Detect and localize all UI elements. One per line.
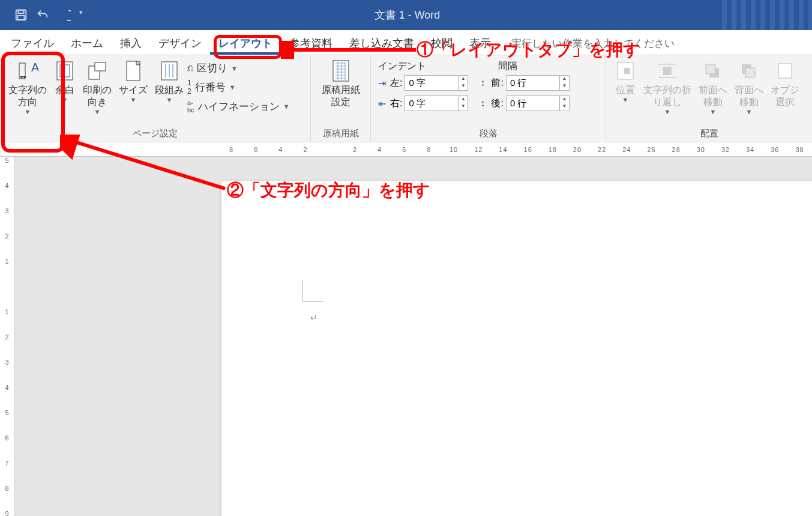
svg-rect-2	[18, 16, 25, 20]
ruler-tick: 28	[664, 146, 688, 153]
customize-qa-icon[interactable]: ▾	[79, 8, 92, 22]
bring-forward-label: 前面へ 移動	[699, 84, 727, 108]
chevron-down-icon: ▼	[229, 83, 236, 91]
tab-design[interactable]: デザイン	[150, 31, 210, 55]
document-area[interactable]: ↵	[14, 157, 812, 516]
columns-button[interactable]: 段組み ▼	[151, 59, 187, 106]
text-direction-label: 文字列の 方向	[8, 84, 47, 108]
group-label-ms-paper: 原稿用紙	[311, 127, 370, 142]
tab-mailings[interactable]: 差し込み文書	[341, 31, 423, 55]
margins-label: 余白	[55, 84, 74, 96]
chevron-down-icon: ▼	[25, 108, 31, 117]
spacing-after-spinner[interactable]: ▲▼	[506, 96, 570, 111]
svg-rect-33	[778, 64, 792, 78]
columns-label: 段組み	[155, 84, 184, 96]
ruler-tick: 38	[787, 146, 812, 153]
ruler-tick: 6	[0, 434, 14, 460]
spinner-up-icon[interactable]: ▲	[560, 96, 569, 103]
ruler-tick: 10	[442, 146, 466, 153]
margins-icon	[54, 60, 76, 82]
spacing-after-input[interactable]	[507, 96, 559, 111]
ruler-tick: 2	[343, 146, 367, 153]
tab-file[interactable]: ファイル	[2, 31, 62, 55]
size-button[interactable]: サイズ ▼	[115, 59, 151, 106]
spinner-down-icon[interactable]: ▼	[459, 83, 468, 90]
ruler-tick: 20	[565, 146, 589, 153]
spinner-up-icon[interactable]: ▲	[459, 96, 468, 103]
group-label-paragraph: 段落	[371, 127, 606, 142]
group-page-setup: A 文字列の 方向 ▼ 余白 ▼ 印刷の 向き ▼ サイズ ▼ 段組み	[0, 55, 311, 142]
send-backward-button[interactable]: 背面へ 移動▼	[731, 59, 767, 118]
spacing-after-icon: ↕	[477, 98, 489, 109]
orientation-button[interactable]: 印刷の 向き ▼	[79, 59, 115, 118]
ruler-tick: 32	[713, 146, 738, 153]
indent-left-input[interactable]	[405, 76, 458, 90]
spinner-up-icon[interactable]: ▲	[459, 76, 468, 83]
page[interactable]: ↵	[221, 181, 812, 516]
spinner-up-icon[interactable]: ▲	[560, 76, 569, 83]
tab-layout[interactable]: レイアウト	[210, 31, 281, 55]
spinner-down-icon[interactable]: ▼	[560, 83, 569, 90]
indent-header: インデント	[378, 60, 426, 73]
chevron-down-icon: ▼	[94, 108, 101, 117]
hyphenation-label: ハイフネーション	[198, 100, 280, 114]
save-icon[interactable]	[14, 8, 28, 22]
spinner-down-icon[interactable]: ▼	[459, 103, 468, 111]
wrap-label: 文字列の折 り返し	[643, 84, 691, 108]
columns-icon	[158, 60, 180, 82]
position-button[interactable]: 位置▼	[611, 59, 640, 106]
annotation-text-2: ②「文字列の方向」を押す	[227, 179, 430, 202]
svg-rect-26	[663, 67, 672, 75]
redo-icon[interactable]	[58, 8, 71, 22]
ruler-tick: 6	[392, 146, 417, 153]
ms-paper-label: 原稿用紙 設定	[322, 84, 360, 108]
chevron-down-icon: ▼	[746, 108, 753, 117]
spacing-before-input[interactable]	[507, 76, 559, 90]
svg-rect-25	[624, 68, 630, 74]
vertical-ruler[interactable]: 543211234567890	[0, 157, 14, 516]
group-label-arrange: 配置	[606, 127, 812, 142]
group-paragraph: インデント 間隔 ⇥ 左: ▲▼ ⇤ 右: ▲▼	[371, 55, 606, 142]
undo-icon[interactable]	[36, 8, 49, 22]
spacing-before-spinner[interactable]: ▲▼	[506, 75, 570, 91]
text-direction-button[interactable]: A 文字列の 方向 ▼	[5, 59, 50, 118]
ruler-tick: 4	[367, 146, 392, 153]
annotation-text-1: ①「レイアウトタブ」を押す	[417, 38, 640, 61]
tab-home[interactable]: ホーム	[62, 31, 112, 55]
orientation-label: 印刷の 向き	[83, 84, 112, 108]
svg-text:A: A	[31, 61, 38, 74]
indent-left-icon: ⇥	[376, 77, 388, 89]
line-numbers-icon: 12	[187, 79, 191, 96]
indent-right-input[interactable]	[405, 96, 458, 111]
wrap-button[interactable]: 文字列の折 り返し▼	[640, 59, 695, 118]
title-bar-pattern	[722, 0, 812, 30]
ribbon: A 文字列の 方向 ▼ 余白 ▼ 印刷の 向き ▼ サイズ ▼ 段組み	[0, 55, 812, 142]
horizontal-ruler[interactable]: 86422468101214161820222426283032343638	[0, 142, 812, 157]
ruler-tick: 14	[491, 146, 516, 153]
breaks-button[interactable]: ⎌区切り▼	[187, 61, 290, 75]
hyphenation-button[interactable]: a-bcハイフネーション▼	[187, 99, 290, 114]
spacing-header: 間隔	[498, 60, 517, 73]
ruler-tick: 26	[639, 146, 664, 153]
size-icon	[122, 60, 144, 82]
tab-insert[interactable]: 挿入	[112, 31, 150, 55]
title-bar: ▾ 文書 1 - Word	[0, 0, 812, 30]
orientation-icon	[86, 60, 108, 82]
spinner-down-icon[interactable]: ▼	[560, 103, 569, 111]
chevron-down-icon: ▼	[710, 108, 717, 117]
ruler-tick: 12	[466, 146, 491, 153]
selection-pane-button[interactable]: オブジ 選択	[767, 59, 803, 109]
bring-forward-button[interactable]: 前面へ 移動▼	[695, 59, 731, 118]
ruler-tick: 1	[0, 308, 14, 333]
indent-left-spinner[interactable]: ▲▼	[404, 75, 468, 91]
ribbon-tabs: ファイル ホーム 挿入 デザイン レイアウト 参考資料 差し込み文書 校閲 表示…	[0, 30, 812, 55]
indent-right-spinner[interactable]: ▲▼	[404, 96, 468, 111]
ruler-tick: 18	[540, 146, 565, 153]
ruler-tick: 22	[590, 146, 615, 153]
line-numbers-button[interactable]: 12行番号▼	[187, 79, 290, 96]
margins-button[interactable]: 余白 ▼	[50, 59, 79, 106]
ms-paper-button[interactable]: 原稿用紙 設定	[318, 59, 364, 109]
chevron-down-icon: ▼	[130, 96, 137, 105]
ruler-tick: 1	[0, 258, 14, 283]
tab-references[interactable]: 参考資料	[281, 31, 341, 55]
